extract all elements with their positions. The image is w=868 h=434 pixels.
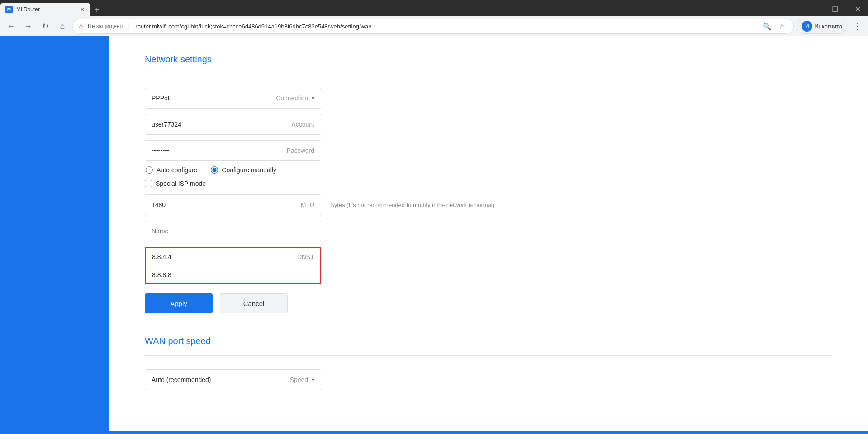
configure-manually-label: Configure manually: [222, 166, 276, 174]
password-input[interactable]: [152, 147, 287, 154]
cancel-button[interactable]: Cancel: [220, 293, 288, 313]
back-button[interactable]: ←: [4, 19, 18, 33]
auto-configure-radio[interactable]: [146, 166, 153, 174]
password-row: Password: [145, 140, 552, 161]
connection-type-dropdown[interactable]: PPPoE Connection ▾: [145, 88, 321, 108]
speed-label: Speed: [290, 376, 308, 383]
sidebar: [0, 36, 109, 431]
wan-speed-dropdown[interactable]: Auto (recommended) Speed ▾: [145, 369, 321, 390]
insecure-label: Не защищено: [88, 23, 123, 29]
search-icon-btn[interactable]: 🔍: [761, 20, 773, 33]
section-divider: [145, 74, 552, 74]
wan-port-speed-title: WAN port speed: [145, 336, 832, 346]
dns2-row[interactable]: [146, 266, 320, 283]
main-content: Network settings PPPoE Connection ▾ Acco…: [109, 36, 868, 431]
profile-button[interactable]: И Инкогнито: [797, 19, 847, 34]
account-label: Account: [291, 121, 314, 128]
home-button[interactable]: ⌂: [55, 19, 70, 33]
maximize-button[interactable]: ☐: [825, 2, 845, 16]
action-buttons: Apply Cancel: [145, 293, 552, 313]
bookmark-button[interactable]: ☆: [775, 20, 788, 33]
url-field[interactable]: ⚠ Не защищено | router.miwifi.com/cgi-bi…: [72, 19, 794, 34]
configure-manually-radio[interactable]: [211, 166, 218, 174]
insecure-icon: ⚠: [78, 23, 84, 30]
dns-config-radio-group: Auto configure Configure manually: [145, 166, 552, 174]
dns1-row: 8.8.4.4 DNS1: [146, 248, 320, 266]
name-row: [145, 221, 552, 241]
account-field[interactable]: Account: [145, 114, 321, 135]
mtu-row: MTU Bytes (It's not recommended to modif…: [145, 194, 552, 215]
mtu-label: MTU: [301, 201, 314, 208]
auto-configure-option[interactable]: Auto configure: [146, 166, 197, 174]
connection-label: Connection: [276, 94, 308, 102]
browser-menu-button[interactable]: ⋮: [850, 19, 864, 33]
dns1-value: 8.8.4.4: [152, 253, 171, 260]
account-input[interactable]: [152, 121, 291, 128]
mtu-field[interactable]: MTU: [145, 194, 321, 215]
connection-type-value: PPPoE: [152, 94, 172, 102]
wan-divider: [145, 355, 832, 356]
mtu-input[interactable]: [152, 201, 301, 208]
new-tab-button[interactable]: +: [90, 4, 103, 16]
apply-button[interactable]: Apply: [145, 293, 213, 313]
special-isp-checkbox[interactable]: [145, 180, 152, 187]
wan-speed-row: Auto (recommended) Speed ▾: [145, 369, 832, 390]
name-input[interactable]: [152, 227, 314, 235]
tab-favicon: M: [5, 6, 13, 13]
avatar: И: [802, 21, 812, 32]
reload-button[interactable]: ↻: [38, 19, 52, 33]
password-field[interactable]: Password: [145, 140, 321, 161]
tab-title: Mi Router: [16, 6, 76, 13]
mtu-hint: Bytes (It's not recommended to modify if…: [330, 202, 494, 208]
network-settings-title: Network settings: [145, 54, 552, 65]
speed-chevron-down-icon: ▾: [312, 377, 314, 383]
special-isp-label: Special ISP mode: [156, 180, 206, 187]
browser-tab[interactable]: M Mi Router ✕: [0, 3, 90, 16]
dns-box: 8.8.4.4 DNS1: [145, 247, 321, 284]
forward-button[interactable]: →: [21, 19, 35, 33]
name-field[interactable]: [145, 221, 321, 241]
profile-label: Инкогнито: [814, 23, 842, 30]
account-row: Account: [145, 114, 552, 135]
dns2-input[interactable]: [152, 271, 314, 278]
minimize-button[interactable]: ─: [802, 2, 823, 16]
special-isp-option[interactable]: Special ISP mode: [145, 180, 552, 187]
address-bar: ← → ↻ ⌂ ⚠ Не защищено | router.miwifi.co…: [0, 16, 868, 36]
dns1-label: DNS1: [297, 253, 314, 260]
configure-manually-option[interactable]: Configure manually: [211, 166, 276, 174]
password-label: Password: [287, 147, 314, 154]
tab-close-button[interactable]: ✕: [80, 6, 85, 13]
chevron-down-icon: ▾: [312, 95, 314, 101]
wan-port-speed-section: WAN port speed Auto (recommended) Speed …: [145, 336, 832, 390]
network-settings-section: Network settings PPPoE Connection ▾ Acco…: [145, 54, 552, 313]
auto-configure-label: Auto configure: [157, 166, 197, 174]
connection-type-row: PPPoE Connection ▾: [145, 88, 552, 108]
wan-speed-value: Auto (recommended): [152, 376, 211, 383]
address-url: router.miwifi.com/cgi-bin/luci/;stok=cbc…: [135, 23, 757, 30]
close-button[interactable]: ✕: [847, 2, 868, 16]
